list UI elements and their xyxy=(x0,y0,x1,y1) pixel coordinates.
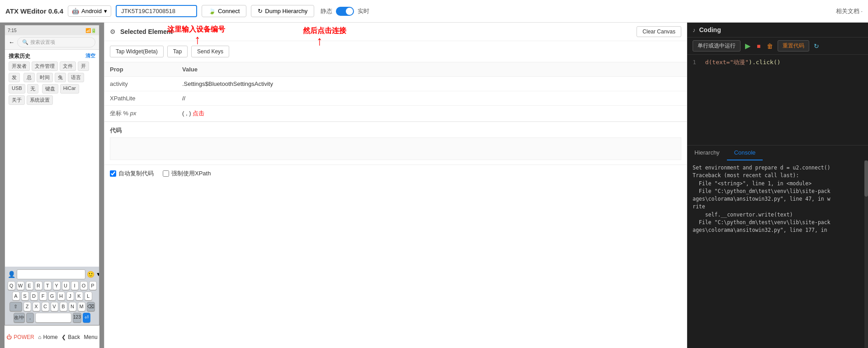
console-area[interactable]: Set environment and prepare d = u2.conne… xyxy=(687,160,868,348)
kb-key-y[interactable]: Y xyxy=(53,281,61,290)
kb-key-l[interactable]: L xyxy=(85,292,92,301)
tap-button[interactable]: Tap xyxy=(167,46,188,57)
kb-key-x[interactable]: X xyxy=(33,302,40,311)
run-selected-button[interactable]: 单行或选中运行 xyxy=(693,40,741,52)
kb-text-input[interactable] xyxy=(17,269,85,279)
mode-toggle[interactable] xyxy=(336,7,354,16)
tag-usb[interactable]: USB xyxy=(9,84,25,94)
platform-select[interactable]: 🤖 Android ▾ xyxy=(68,5,111,17)
kb-key-enter[interactable]: ⏎ xyxy=(83,313,90,323)
kb-key-zh[interactable]: 改/中 xyxy=(14,313,25,323)
kb-key-comma[interactable]: , xyxy=(26,313,34,323)
console-line-1: Set environment and prepare d = u2.conne… xyxy=(693,164,863,172)
kb-key-f[interactable]: F xyxy=(39,292,47,301)
tag-about[interactable]: 关于 xyxy=(9,95,25,105)
code-line-1: d(text= xyxy=(705,59,730,66)
trash-icon-button[interactable]: 🗑 xyxy=(765,42,775,51)
power-button[interactable]: ⏻ POWER xyxy=(6,334,34,340)
kb-key-w[interactable]: W xyxy=(17,281,24,290)
kb-key-shift[interactable]: ⇧ xyxy=(9,302,22,311)
tag-keyboard[interactable]: 键盘 xyxy=(42,84,58,94)
kb-key-s[interactable]: S xyxy=(21,292,29,301)
auto-copy-checkbox[interactable] xyxy=(110,170,116,177)
prop-row-xpath: XPathLite // xyxy=(104,91,687,106)
tag-file[interactable]: 文件 xyxy=(60,61,76,71)
kb-key-z[interactable]: Z xyxy=(24,302,31,311)
kb-key-q[interactable]: Q xyxy=(8,281,15,290)
refresh-icon-button[interactable]: ↻ xyxy=(812,42,821,51)
console-line-5: ages\colorama\ansitowin32.py", line 47, … xyxy=(693,195,863,203)
run-icon-button[interactable]: ▶ xyxy=(743,41,752,51)
tag-file-mgr[interactable]: 文件管理 xyxy=(32,61,58,71)
kb-key-o[interactable]: O xyxy=(80,281,88,290)
phone-search-bar[interactable]: 🔍 搜索设置项 xyxy=(17,37,95,47)
menu-label: Menu xyxy=(84,334,98,340)
kb-key-c[interactable]: C xyxy=(42,302,49,311)
force-xpath-option: 强制使用XPath xyxy=(163,169,211,178)
clear-canvas-button[interactable]: Clear Canvas xyxy=(637,26,681,37)
kb-person-icon: 👤 xyxy=(8,271,15,278)
send-keys-button[interactable]: Send Keys xyxy=(191,46,229,57)
code-editor[interactable]: 1 d(text="动漫").click() xyxy=(687,55,868,145)
platform-label: Android xyxy=(81,8,102,14)
kb-key-i[interactable]: I xyxy=(71,281,79,290)
kb-key-t[interactable]: T xyxy=(44,281,52,290)
tag-total[interactable]: 总 xyxy=(24,73,35,82)
tab-hierarchy[interactable]: Hierarchy xyxy=(687,146,727,160)
kb-key-u[interactable]: U xyxy=(62,281,70,290)
kb-key-space[interactable] xyxy=(35,313,71,323)
stop-icon-button[interactable]: ■ xyxy=(755,42,762,51)
kb-expand-icon[interactable]: ▼ xyxy=(96,271,99,277)
tag-open[interactable]: 开 xyxy=(78,61,89,71)
tag-kaifazhe[interactable]: 开发者 xyxy=(9,61,30,71)
back-nav-icon[interactable]: ← xyxy=(9,39,14,46)
kb-key-r[interactable]: R xyxy=(35,281,42,290)
reset-code-button[interactable]: 重置代码 xyxy=(778,40,809,52)
tag-syssettings[interactable]: 系统设置 xyxy=(27,95,53,105)
kb-key-v[interactable]: V xyxy=(51,302,58,311)
kb-key-a[interactable]: A xyxy=(12,292,20,301)
back-button[interactable]: ❮ Back xyxy=(61,334,80,340)
tag-dev[interactable]: 发 xyxy=(9,73,20,82)
click-link[interactable]: 点击 xyxy=(193,110,204,117)
prop-value-coord: ( , ) 点击 xyxy=(177,106,687,122)
kb-key-123[interactable]: 123 xyxy=(73,313,81,323)
console-scrollbar[interactable] xyxy=(864,160,868,348)
dump-hierarchy-button[interactable]: ↻ Dump Hierarchy xyxy=(251,5,314,17)
coding-header: ♪ Coding xyxy=(687,23,868,38)
kb-key-backspace[interactable]: ⌫ xyxy=(87,302,95,311)
tag-time[interactable]: 时间 xyxy=(37,73,53,82)
home-button[interactable]: ⌂ Home xyxy=(38,334,57,340)
chevron-down-icon: ▾ xyxy=(104,8,107,14)
middle-panel: ⚙ Selected Element Clear Canvas Tap Widg… xyxy=(104,23,687,348)
kb-key-j[interactable]: J xyxy=(66,292,74,301)
console-line-4: File "C:\python_dm\test\venv\lib\site-pa… xyxy=(693,188,863,195)
docs-link[interactable]: 相关文档 · xyxy=(836,7,863,15)
music-note-icon: ♪ xyxy=(693,27,696,33)
kb-emoji-icon[interactable]: 🙂 xyxy=(87,271,94,278)
kb-key-g[interactable]: G xyxy=(48,292,56,301)
clear-history-button[interactable]: 清空 xyxy=(85,52,95,60)
prop-value-xpath: // xyxy=(177,91,687,106)
kb-key-h[interactable]: H xyxy=(57,292,65,301)
kb-row-3: ⇧ Z X C V B N M ⌫ xyxy=(6,302,98,311)
tab-console[interactable]: Console xyxy=(727,146,763,160)
connect-button[interactable]: 🍃 Connect xyxy=(202,5,246,17)
kb-key-m[interactable]: M xyxy=(78,302,85,311)
kb-key-e[interactable]: E xyxy=(26,281,33,290)
tag-hicar[interactable]: HiCar xyxy=(60,84,79,94)
kb-key-n[interactable]: N xyxy=(69,302,76,311)
tag-none[interactable]: 无 xyxy=(27,84,38,94)
kb-key-d[interactable]: D xyxy=(30,292,38,301)
tag-language[interactable]: 语言 xyxy=(68,73,84,82)
kb-key-p[interactable]: P xyxy=(89,281,97,290)
prop-row-activity: activity .Settings$BluetoothSettingsActi… xyxy=(104,77,687,91)
tap-widget-button[interactable]: Tap Widget(Beta) xyxy=(110,46,164,57)
kb-key-k[interactable]: K xyxy=(75,292,83,301)
kb-key-b[interactable]: B xyxy=(60,302,67,311)
force-xpath-checkbox[interactable] xyxy=(163,170,169,177)
menu-button[interactable]: Menu xyxy=(84,334,98,340)
device-id-input[interactable] xyxy=(116,5,197,17)
console-scroll-thumb[interactable] xyxy=(864,160,868,197)
tag-rabbit[interactable]: 兔 xyxy=(55,73,66,82)
